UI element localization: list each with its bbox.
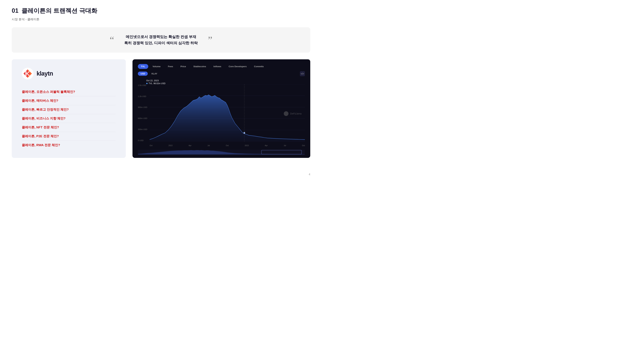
y-label: 0 USD [138,139,147,141]
quote-text: 메인넷으로서 경쟁력있는 확실한 컨셉 부재 특히 경쟁력 있던, 디파이 섹터… [124,34,198,46]
left-panel: klaytn 클레이튼, 오픈소스 퍼블릭 블록체인? 클레이튼, 메타버스 체… [12,59,126,158]
question-item: 클레이튼, 빠르고 안정적인 체인? [22,105,116,114]
y-axis: 1.5b USD 1.2b USD 900m USD 600m USD 300m… [138,84,147,141]
watermark-icon [284,111,288,116]
question-item: 클레이튼, 비즈니스 지향 체인? [22,114,116,123]
x-label: Apr [188,144,191,146]
x-label: Apr [265,144,268,146]
chart-svg-wrapper [150,84,305,141]
tab-tvl[interactable]: TVL [138,64,148,69]
question-item: 클레이튼, 오픈소스 퍼블릭 블록체인? [22,87,116,96]
x-label: 2023 [245,144,249,146]
close-quote-mark: ” [208,35,212,45]
tab-inflows[interactable]: Inflows [210,64,224,69]
chart-tab-bar: TVL Volume Fees Price Stablecoins Inflow… [138,64,305,69]
quote-line1: 메인넷으로서 경쟁력있는 확실한 컨셉 부재 [124,34,198,40]
svg-point-10 [244,132,245,134]
x-axis: Oct 2022 Apr Jul Oct 2023 Apr Jul Oct [150,144,305,146]
quote-box: “ 메인넷으로서 경쟁력있는 확실한 컨셉 부재 특히 경쟁력 있던, 디파이 … [12,27,310,53]
question-item: 클레이튼, 메타버스 체인? [22,96,116,105]
chart-code-icon[interactable]: </> [300,71,305,76]
sub-tabs: USD KLAY [138,71,160,76]
page: 01 클레이튼의 트랜젝션 극대화 시장 분석 - 클레이튼 “ 메인넷으로서 … [0,0,322,181]
svg-rect-1 [26,71,26,76]
sub-tab-klay[interactable]: KLAY [149,71,160,76]
watermark-text: DeFiLlama [290,112,302,115]
y-label: 900m USD [138,106,147,108]
tab-stablecoins[interactable]: Stablecoins [190,64,209,69]
x-label: Oct [226,144,228,146]
y-label: 1.2b USD [138,95,147,97]
question-item: 클레이튼, NFT 전문 체인? [22,123,116,132]
x-label: Jul [284,144,286,146]
klaytn-icon [22,68,34,79]
x-label: 2022 [168,144,172,146]
chart-area: Oct 22, 2023 TVL 98.02m USD 1.5b USD 1.2… [138,79,305,148]
klaytn-logo: klaytn [22,68,116,79]
quote-line2: 특히 경쟁력 있던, 디파이 섹터의 심각한 하락 [124,40,198,46]
klaytn-brand-name: klaytn [36,70,53,77]
question-item: 클레이튼, RWA 전문 체인? [22,141,116,149]
chart-svg [150,84,305,141]
y-label: 300m USD [138,128,147,130]
mini-chart[interactable] [138,150,305,155]
sub-tab-usd[interactable]: USD [138,71,148,76]
page-title: 클레이튼의 트랜젝션 극대화 [22,7,97,15]
chart-sub-tab-bar: USD KLAY </> [138,71,305,76]
subtitle: 시장 분석 - 클레이튼 [12,17,310,21]
tab-core-developers[interactable]: Core Developers [226,64,250,69]
main-content: klaytn 클레이튼, 오픈소스 퍼블릭 블록체인? 클레이튼, 메타버스 체… [12,59,310,158]
watermark: DeFiLlama [284,111,302,116]
tooltip-dot [146,83,148,84]
chart-panel: TVL Volume Fees Price Stablecoins Inflow… [132,59,310,158]
tooltip-date: Oct 22, 2023 [146,79,166,82]
header: 01 클레이튼의 트랜젝션 극대화 [12,7,310,15]
tab-price[interactable]: Price [178,64,189,69]
y-label: 1.5b USD [138,84,147,86]
tab-fees[interactable]: Fees [165,64,176,69]
x-label: Jul [208,144,210,146]
x-label: Oct [302,144,305,146]
page-number: 4 [309,173,310,176]
section-number: 01 [12,7,18,14]
chart-tooltip: Oct 22, 2023 TVL 98.02m USD [146,79,166,85]
x-label: Oct [150,144,152,146]
mini-chart-svg [138,150,305,155]
question-list: 클레이튼, 오픈소스 퍼블릭 블록체인? 클레이튼, 메타버스 체인? 클레이튼… [22,87,116,149]
question-item: 클레이튼, P2E 전문 체인? [22,132,116,141]
tab-commits[interactable]: Commits [251,64,267,69]
open-quote-mark: “ [110,35,114,45]
y-label: 600m USD [138,117,147,119]
tab-volume[interactable]: Volume [150,64,164,69]
